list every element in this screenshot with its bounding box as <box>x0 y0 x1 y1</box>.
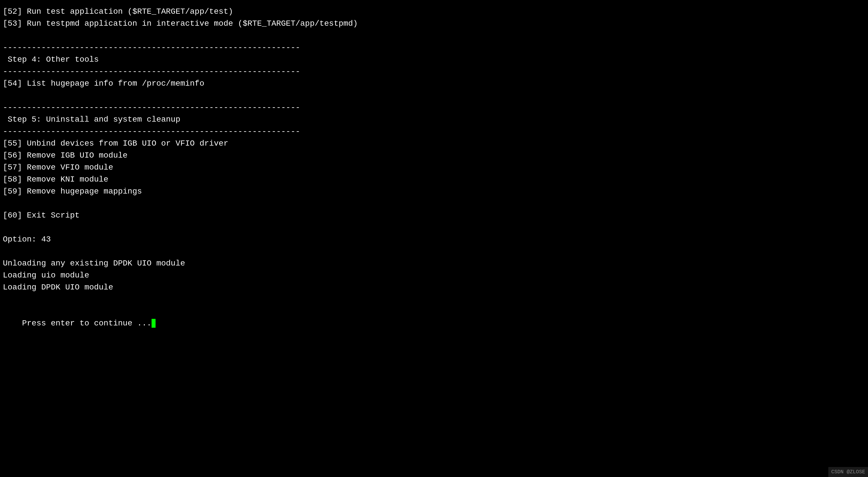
empty-line-6 <box>3 294 420 305</box>
empty-line-4 <box>3 221 420 234</box>
empty-line-1 <box>3 30 420 42</box>
terminal-line-55: [55] Unbind devices from IGB UIO or VFIO… <box>3 138 420 150</box>
empty-line-2 <box>3 90 420 101</box>
terminal-unloading-line: Unloading any existing DPDK UIO module <box>3 258 420 269</box>
empty-line-3 <box>3 198 420 210</box>
watermark-bar: CSDN @ZLOSE <box>828 467 868 477</box>
terminal-step5-header: Step 5: Uninstall and system cleanup <box>3 114 420 126</box>
terminal-divider-1: ----------------------------------------… <box>3 42 420 54</box>
empty-line-5 <box>3 245 420 258</box>
terminal-line-53: [53] Run testpmd application in interact… <box>3 18 420 30</box>
terminal-divider-3: ----------------------------------------… <box>3 101 420 114</box>
terminal-window: [52] Run test application ($RTE_TARGET/a… <box>3 6 420 341</box>
terminal-line-54: [54] List hugepage info from /proc/memin… <box>3 78 420 90</box>
terminal-line-57: [57] Remove VFIO module <box>3 161 420 174</box>
terminal-prompt-text: Press enter to continue ... <box>22 319 152 328</box>
terminal-line-58: [58] Remove KNI module <box>3 174 420 185</box>
terminal-line-60: [60] Exit Script <box>3 210 420 221</box>
terminal-step4-header: Step 4: Other tools <box>3 54 420 66</box>
terminal-option-line: Option: 43 <box>3 234 420 245</box>
terminal-divider-2: ----------------------------------------… <box>3 66 420 78</box>
terminal-prompt-line[interactable]: Press enter to continue ... <box>3 305 420 341</box>
terminal-loading-uio-line: Loading uio module <box>3 269 420 281</box>
watermark-text: CSDN @ZLOSE <box>831 469 865 475</box>
terminal-line-56: [56] Remove IGB UIO module <box>3 150 420 161</box>
terminal-line-52: [52] Run test application ($RTE_TARGET/a… <box>3 6 420 18</box>
terminal-line-59: [59] Remove hugepage mappings <box>3 185 420 198</box>
terminal-loading-dpdk-line: Loading DPDK UIO module <box>3 281 420 294</box>
terminal-cursor <box>152 319 156 328</box>
terminal-divider-4: ----------------------------------------… <box>3 126 420 138</box>
